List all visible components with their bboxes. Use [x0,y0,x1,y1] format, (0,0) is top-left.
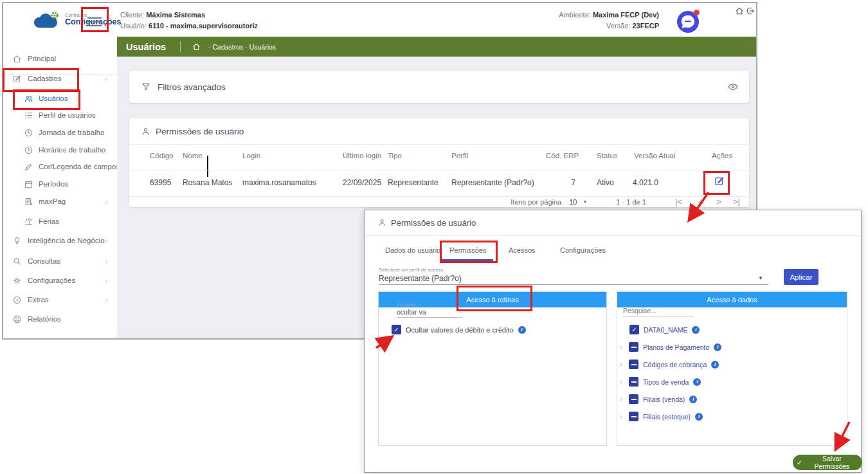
last-page-button[interactable]: >| [733,197,740,206]
column-header-nome: Nome [183,152,203,160]
chevron-right-icon[interactable] [618,379,624,385]
tab-permissoes[interactable]: Permissões [449,246,486,254]
items-per-page-label: Itens por página [511,198,561,206]
sidebar-item-perfil-de-usu-rios[interactable]: Perfil de usuários [3,107,117,124]
logout-icon[interactable] [746,6,755,15]
advanced-filters-card[interactable]: Filtros avançados [129,71,749,103]
chevron-right-icon [103,199,110,206]
save-permissions-button[interactable]: ✓ Salvar Permissões [793,455,862,470]
pencil-icon [24,162,33,172]
cursor-artifact [207,156,208,177]
data-access-item-data0-name: ✓DATA0_NAMEi [629,325,700,334]
tab-dados-do-usuario[interactable]: Dados do usuário [385,246,440,254]
apply-button[interactable]: Aplicar [784,269,818,285]
tab-configuracoes[interactable]: Configurações [560,246,606,254]
permissions-dialog: Permissões de usuário Dados do usuário P… [364,210,862,473]
sidebar-item-jornada-de-trabalho[interactable]: Jornada de trabalho [3,125,117,141]
sidebar-item-label: Extras [28,296,49,304]
sidebar-item-intelig-ncia-de-neg-cio[interactable]: Inteligência de Negócio [3,233,117,250]
sidebar-item-per-odos[interactable]: Períodos [3,176,117,193]
clock-icon [24,145,33,155]
checkbox-indeterminate[interactable] [629,394,638,404]
sidebar-item-relat-rios[interactable]: Relatórios [3,311,117,328]
data-access-item-label: Planos de Pagamento [643,343,709,351]
chat-support-button[interactable] [677,11,699,33]
page-title: Usuários [126,42,166,52]
routine-permission-item: ✓ Ocultar valores de débito e crédito i [392,325,526,334]
data-search-input[interactable] [623,307,694,316]
breadcrumb-home-icon[interactable] [192,42,201,51]
cell-login: maxima.rosanamatos [242,178,316,187]
list-icon [24,111,33,120]
divider [379,284,768,285]
column-header--ltimo-login: Último login [343,152,381,160]
chevron-right-icon[interactable] [618,361,624,368]
printer-icon [12,314,22,324]
checkbox-checked[interactable]: ✓ [392,325,401,334]
profile-select[interactable]: Representante (Padr?o) [379,274,462,283]
info-icon[interactable]: i [692,326,700,334]
info-icon[interactable]: i [711,361,719,369]
notification-dot [694,10,700,15]
info-icon[interactable]: i [693,378,701,386]
checkbox-indeterminate[interactable] [629,342,638,352]
version-value: 23FECP [632,22,659,30]
tab-acessos[interactable]: Acessos [509,246,536,254]
items-per-page-caret-icon[interactable]: ▼ [583,199,587,204]
info-icon[interactable]: i [714,343,721,351]
sidebar-item-f-rias[interactable]: Férias [3,214,117,230]
menu-hamburger-icon[interactable] [86,14,104,30]
sidebar-item-label: Relatórios [28,315,61,323]
first-page-button[interactable]: |< [675,197,682,206]
select-caret-icon[interactable]: ▼ [758,275,763,281]
home-icon[interactable] [735,6,744,15]
cell-vers-o-atual: 4.021.0 [633,178,658,187]
checkbox-checked[interactable]: ✓ [629,325,639,334]
data-access-item-c-digos-de-cobran-a: Códigos de cobrançai [618,360,719,369]
chevron-right-icon[interactable] [618,344,624,351]
sidebar-item-label: Cor/Legenda de campos [39,163,120,170]
chevron-right-icon[interactable] [618,396,624,403]
data-access-item-label: Filiais (venda) [643,396,685,403]
sidebar-item-principal[interactable]: Principal [3,51,117,68]
checkbox-indeterminate[interactable] [629,377,638,387]
sidebar-item-hor-rios-de-trabalho[interactable]: Horários de trabalho [3,142,117,159]
edit-user-icon[interactable] [714,176,725,187]
routines-search-input[interactable] [397,308,462,318]
data-access-item-label: DATA0_NAME [644,326,687,334]
user-permissions-card: Permissões de usuário CódigoNomeLoginÚlt… [129,118,749,207]
data-access-item-label: Tipos de venda [643,378,689,386]
filters-title: Filtros avançados [158,82,226,92]
sidebar-item-configura-es[interactable]: Configurações [3,273,117,289]
checkbox-indeterminate[interactable] [629,360,638,369]
bulb-icon [12,236,22,246]
breadcrumb-path: - Cadastros - Usuários [208,43,276,51]
cell-tipo: Representante [388,178,439,187]
sidebar-item-consultas[interactable]: Consultas [3,253,117,270]
calendar-icon [24,179,33,189]
next-page-button[interactable]: > [716,197,721,206]
chevron-right-icon [103,278,110,285]
person-icon [377,218,386,227]
check-icon: ✓ [797,459,802,466]
info-icon[interactable]: i [518,326,526,334]
sidebar-item-cadastros[interactable]: Cadastros [3,71,117,87]
sidebar-item-cor-legenda-de-campos[interactable]: Cor/Legenda de campos [3,159,117,176]
sidebar-item-label: Consultas [28,257,60,265]
sidebar-item-extras[interactable]: Extras [3,292,117,309]
sidebar-item-maxpag[interactable]: maxPag [3,194,117,210]
column-header-perfil: Perfil [451,152,468,160]
sidebar-item-label: Perfil de usuários [39,111,96,119]
eye-icon[interactable] [727,81,739,93]
divider [180,41,181,53]
items-per-page-value[interactable]: 10 [569,198,577,206]
environment-info: Ambiente: Maxima FECP (Dev) Versão: 23FE… [559,10,659,32]
prev-page-button[interactable]: < [699,197,704,206]
checkbox-indeterminate[interactable] [629,412,638,421]
info-icon[interactable]: i [695,413,703,421]
sidebar-item-usu-rios[interactable]: Usuários [3,91,117,107]
column-header-vers-o-atual: Versão Atual [634,152,676,160]
chevron-right-icon[interactable] [618,414,624,420]
dialog-title: Permissões de usuário [391,218,476,228]
info-icon[interactable]: i [689,396,697,403]
